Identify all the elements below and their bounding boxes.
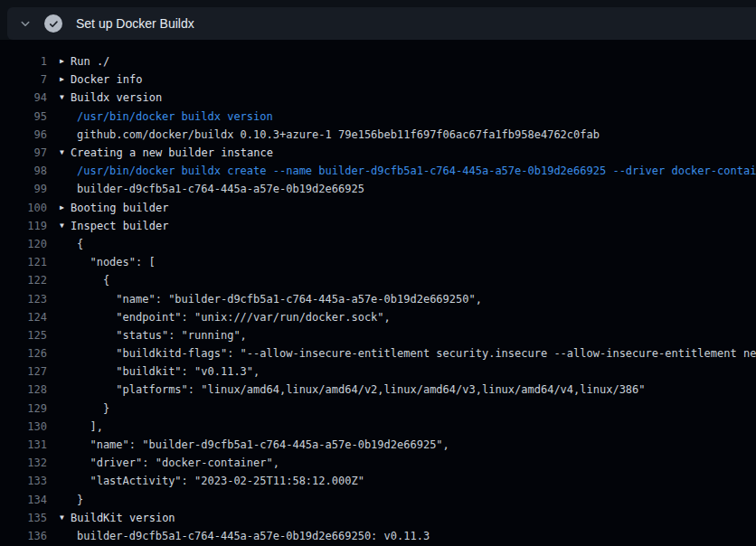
log-group-title[interactable]: Inspect builder (71, 220, 168, 232)
log-line: 133 "lastActivity": "2023-02-25T11:58:12… (0, 472, 756, 490)
log-output-text: "name": "builder-d9cfb5a1-c764-445a-a57e… (60, 438, 449, 451)
log-output-text: "buildkit": "v0.11.3", (60, 365, 260, 378)
log-line: 120{ (0, 235, 756, 253)
log-line: 99builder-d9cfb5a1-c764-445a-a57e-0b19d2… (0, 180, 756, 198)
step-header[interactable]: Set up Docker Buildx (7, 7, 756, 40)
line-number[interactable]: 122 (0, 274, 47, 287)
log-output-text: "nodes": [ (60, 256, 156, 268)
group-collapsed-icon[interactable]: ▶ (60, 58, 71, 65)
log-output-text: { (60, 274, 109, 287)
log-output-text: github.com/docker/buildx 0.10.3+azure-1 … (60, 128, 600, 141)
log-line: 136builder-d9cfb5a1-c764-445a-a57e-0b19d… (0, 527, 756, 545)
chevron-down-icon[interactable] (18, 16, 33, 31)
log-output-text: "name": "builder-d9cfb5a1-c764-445a-a57e… (60, 293, 482, 306)
group-expanded-icon[interactable]: ▼ (60, 94, 71, 101)
group-expanded-icon[interactable]: ▼ (60, 222, 71, 230)
line-number[interactable]: 136 (0, 530, 47, 542)
group-collapsed-icon[interactable]: ▶ (60, 76, 71, 83)
line-number[interactable]: 123 (0, 293, 47, 306)
log-line: 97▼Creating a new builder instance (0, 144, 756, 162)
line-number[interactable]: 7 (0, 73, 47, 86)
log-output-text: builder-d9cfb5a1-c764-445a-a57e-0b19d2e6… (60, 183, 364, 195)
line-number[interactable]: 119 (0, 220, 47, 232)
line-number[interactable]: 100 (0, 202, 47, 214)
log-output-text: "lastActivity": "2023-02-25T11:58:12.000… (60, 475, 364, 487)
log-command-text: /usr/bin/docker buildx create --name bui… (60, 165, 756, 177)
log-line: 123 "name": "builder-d9cfb5a1-c764-445a-… (0, 289, 756, 307)
line-number[interactable]: 94 (0, 91, 47, 104)
log-line: 135▼BuildKit version (0, 509, 756, 527)
line-number[interactable]: 121 (0, 256, 47, 268)
log-output-text: "endpoint": "unix:///var/run/docker.sock… (60, 311, 391, 324)
step-title: Set up Docker Buildx (76, 16, 194, 31)
log-line: 94▼Buildx version (0, 89, 756, 107)
line-number[interactable]: 132 (0, 457, 47, 469)
log-group-title[interactable]: BuildKit version (71, 512, 175, 524)
line-number[interactable]: 131 (0, 438, 47, 451)
log-line: 127 "buildkit": "v0.11.3", (0, 362, 756, 381)
log-line: 122 { (0, 271, 756, 289)
line-number[interactable]: 95 (0, 110, 47, 123)
group-expanded-icon[interactable]: ▼ (60, 514, 71, 522)
line-number[interactable]: 134 (0, 494, 47, 506)
line-number[interactable]: 124 (0, 311, 47, 324)
log-group-title[interactable]: Docker info (71, 73, 142, 86)
log-line: 95/usr/bin/docker buildx version (0, 108, 756, 126)
line-number[interactable]: 127 (0, 365, 47, 378)
log-command-text: /usr/bin/docker buildx version (60, 110, 273, 123)
log-line: 126 "buildkitd-flags": "--allow-insecure… (0, 344, 756, 362)
log-line: 131 "name": "builder-d9cfb5a1-c764-445a-… (0, 436, 756, 454)
log-line: 98/usr/bin/docker buildx create --name b… (0, 162, 756, 180)
log-line: 121 "nodes": [ (0, 253, 756, 271)
log-output-text: } (60, 494, 83, 506)
log-output-text: } (60, 402, 109, 415)
line-number[interactable]: 97 (0, 146, 47, 159)
line-number[interactable]: 99 (0, 183, 47, 195)
log-group-title[interactable]: Buildx version (71, 91, 162, 104)
log-output-text: ], (60, 420, 103, 433)
check-circle-icon (44, 14, 62, 33)
log-line: 96github.com/docker/buildx 0.10.3+azure-… (0, 126, 756, 144)
line-number[interactable]: 96 (0, 128, 47, 141)
line-number[interactable]: 133 (0, 475, 47, 487)
log-output-text: "platforms": "linux/amd64,linux/amd64/v2… (60, 383, 646, 396)
line-number[interactable]: 120 (0, 238, 47, 250)
line-number[interactable]: 1 (0, 55, 47, 68)
log-line: 132 "driver": "docker-container", (0, 454, 756, 472)
line-number[interactable]: 130 (0, 420, 47, 433)
log-group-title[interactable]: Run ./ (71, 55, 109, 68)
log-group-title[interactable]: Booting builder (71, 202, 168, 214)
log-line: 130 ], (0, 418, 756, 436)
line-number[interactable]: 125 (0, 329, 47, 342)
log-output-text: { (60, 238, 83, 250)
log-line: 100▶Booting builder (0, 199, 756, 217)
log-line: 7▶Docker info (0, 71, 756, 89)
line-number[interactable]: 129 (0, 402, 47, 415)
log-output-text: "buildkitd-flags": "--allow-insecure-ent… (60, 347, 756, 360)
log-line: 134} (0, 491, 756, 509)
group-expanded-icon[interactable]: ▼ (60, 149, 71, 156)
log-output-text: "driver": "docker-container", (60, 457, 279, 469)
line-number[interactable]: 126 (0, 347, 47, 360)
line-number[interactable]: 128 (0, 383, 47, 396)
log-output-text: builder-d9cfb5a1-c764-445a-a57e-0b19d2e6… (60, 530, 430, 542)
line-number[interactable]: 135 (0, 512, 47, 524)
log-output-area[interactable]: 1▶Run ./7▶Docker info94▼Buildx version95… (0, 40, 756, 546)
log-line: 119▼Inspect builder (0, 217, 756, 235)
line-number[interactable]: 98 (0, 165, 47, 177)
log-line: 124 "endpoint": "unix:///var/run/docker.… (0, 308, 756, 326)
group-collapsed-icon[interactable]: ▶ (60, 204, 71, 212)
log-line: 1▶Run ./ (0, 52, 756, 71)
log-line: 129 } (0, 400, 756, 418)
log-group-title[interactable]: Creating a new builder instance (71, 146, 273, 159)
log-line: 128 "platforms": "linux/amd64,linux/amd6… (0, 381, 756, 399)
log-output-text: "status": "running", (60, 329, 247, 342)
log-line: 125 "status": "running", (0, 326, 756, 344)
